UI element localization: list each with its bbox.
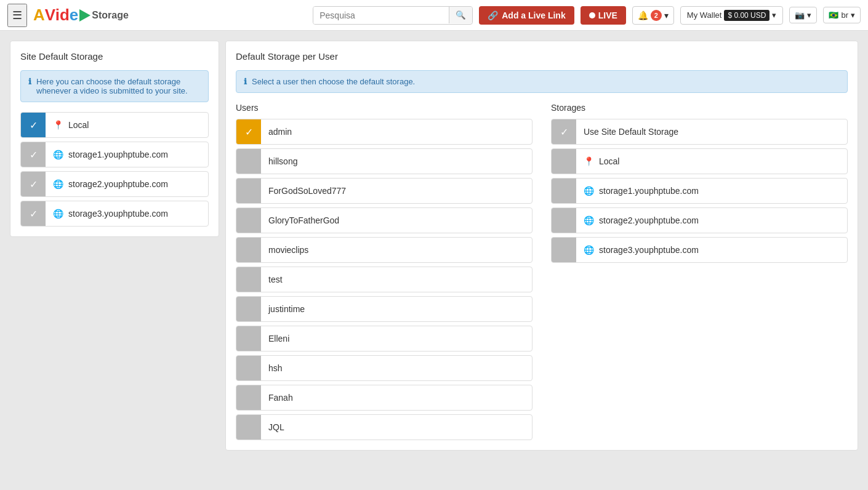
user-name-0: admin (261, 127, 299, 137)
user-name-2: ForGodSoLoved777 (261, 186, 353, 196)
add-live-link-label: Add a Live Link (502, 10, 565, 20)
camera-chevron: ▾ (807, 10, 811, 20)
logo-play-icon (79, 9, 90, 22)
user-check-6[interactable]: ✓ (236, 297, 261, 321)
logo-vide: Vid (45, 6, 70, 25)
left-panel-info: ℹ Here you can choose the default storag… (20, 70, 209, 102)
user-check-1[interactable]: ✓ (236, 149, 261, 174)
user-name-9: Fanah (261, 393, 300, 403)
header: ☰ AVideStorage 🔍 🔗 Add a Live Link LIVE … (0, 0, 868, 31)
user-check-7[interactable]: ✓ (236, 326, 261, 351)
two-col-layout: Users ✓admin✓hillsong✓ForGodSoLoved777✓G… (236, 103, 848, 440)
storage-check-0[interactable]: ✓ (21, 113, 46, 137)
right-panel: Default Storage per User ℹ Select a user… (225, 41, 858, 451)
pin-icon: 📍 (584, 156, 594, 166)
globe-icon: 🌐 (53, 150, 63, 159)
storage-check-1[interactable]: ✓ (21, 142, 46, 167)
language-button[interactable]: 🇧🇷 br ▾ (823, 7, 861, 23)
live-dot-icon (589, 12, 595, 18)
live-label: LIVE (598, 10, 617, 20)
user-name-10: JQL (261, 422, 292, 432)
storages-list-item[interactable]: ✓📍Local (551, 148, 848, 174)
right-storage-name: Use Site Default Storage (584, 127, 678, 137)
storage-name: Local (68, 120, 89, 130)
storages-list-item[interactable]: ✓Use Site Default Storage (551, 119, 848, 145)
left-storage-item[interactable]: ✓🌐storage3.youphptube.com (20, 201, 209, 227)
user-list-item[interactable]: ✓ForGodSoLoved777 (236, 178, 532, 204)
user-check-4[interactable]: ✓ (236, 238, 261, 262)
left-storage-item[interactable]: ✓🌐storage1.youphptube.com (20, 142, 209, 167)
right-storage-name: storage1.youphptube.com (599, 186, 699, 196)
storages-list-item[interactable]: ✓🌐storage1.youphptube.com (551, 178, 848, 204)
live-button[interactable]: LIVE (581, 6, 626, 25)
user-check-10[interactable]: ✓ (236, 415, 261, 440)
storages-column: Storages ✓Use Site Default Storage✓📍Loca… (551, 103, 848, 440)
logo-a: A (33, 6, 45, 25)
right-panel-info-text: Select a user then choose the default st… (252, 77, 415, 86)
storage-check-2[interactable]: ✓ (21, 172, 46, 196)
user-list-item[interactable]: ✓admin (236, 119, 532, 145)
right-storage-name: storage2.youphptube.com (599, 215, 699, 225)
storages-check-1[interactable]: ✓ (552, 149, 576, 174)
flag-icon: 🇧🇷 (829, 10, 838, 20)
globe-icon: 🌐 (53, 179, 63, 189)
user-list-item[interactable]: ✓JQL (236, 414, 532, 440)
user-check-8[interactable]: ✓ (236, 356, 261, 380)
search-button[interactable]: 🔍 (449, 7, 472, 23)
right-storage-name: storage3.youphptube.com (599, 245, 699, 255)
notifications-button[interactable]: 🔔 2 ▾ (632, 6, 674, 25)
camera-button[interactable]: 📷 ▾ (789, 7, 817, 23)
user-list-item[interactable]: ✓movieclips (236, 237, 532, 263)
user-name-7: Elleni (261, 334, 297, 343)
storages-label: Storages (551, 103, 848, 113)
user-name-6: justintime (261, 304, 312, 314)
menu-button[interactable]: ☰ (7, 4, 27, 27)
user-name-4: movieclips (261, 245, 316, 255)
right-panel-info: ℹ Select a user then choose the default … (236, 70, 848, 93)
storages-check-2[interactable]: ✓ (552, 179, 576, 203)
storage-check-3[interactable]: ✓ (21, 201, 46, 226)
wallet-button[interactable]: My Wallet $ 0.00 USD ▾ (680, 6, 784, 25)
add-live-link-button[interactable]: 🔗 Add a Live Link (479, 6, 574, 25)
globe-icon: 🌐 (584, 245, 594, 255)
user-check-3[interactable]: ✓ (236, 208, 261, 233)
logo[interactable]: AVideStorage (33, 6, 129, 25)
right-storage-name: Local (599, 156, 619, 166)
right-storage-label-1: 📍Local (576, 156, 847, 166)
storages-check-3[interactable]: ✓ (552, 208, 576, 233)
storages-check-0[interactable]: ✓ (552, 119, 576, 144)
search-bar: 🔍 (313, 6, 473, 25)
user-list-item[interactable]: ✓hillsong (236, 148, 532, 174)
user-list-item[interactable]: ✓GloryToFatherGod (236, 207, 532, 233)
user-check-0[interactable]: ✓ (236, 119, 261, 144)
user-list-item[interactable]: ✓Fanah (236, 385, 532, 411)
left-panel-info-text: Here you can choose the default storage … (36, 77, 201, 95)
right-storage-label-0: Use Site Default Storage (576, 127, 847, 137)
user-list-item[interactable]: ✓hsh (236, 355, 532, 381)
left-storage-item[interactable]: ✓📍Local (20, 112, 209, 138)
left-storage-item[interactable]: ✓🌐storage2.youphptube.com (20, 171, 209, 197)
user-list-item[interactable]: ✓test (236, 267, 532, 292)
search-input[interactable] (313, 7, 449, 24)
user-check-2[interactable]: ✓ (236, 179, 261, 203)
user-list-item[interactable]: ✓justintime (236, 296, 532, 322)
storages-check-4[interactable]: ✓ (552, 238, 576, 262)
storages-list-item[interactable]: ✓🌐storage3.youphptube.com (551, 237, 848, 263)
logo-storage: Storage (92, 10, 129, 21)
user-check-9[interactable]: ✓ (236, 385, 261, 410)
pin-icon: 📍 (53, 120, 63, 130)
storages-list-item[interactable]: ✓🌐storage2.youphptube.com (551, 207, 848, 233)
main-content: Site Default Storage ℹ Here you can choo… (0, 31, 868, 490)
storage-label-2: 🌐storage2.youphptube.com (46, 179, 208, 189)
storage-label-1: 🌐storage1.youphptube.com (46, 150, 208, 159)
right-storage-label-2: 🌐storage1.youphptube.com (576, 186, 847, 196)
left-storage-list: ✓📍Local✓🌐storage1.youphptube.com✓🌐storag… (20, 112, 209, 227)
storage-name: storage1.youphptube.com (68, 150, 168, 159)
user-check-5[interactable]: ✓ (236, 267, 261, 292)
wallet-chevron: ▾ (772, 10, 776, 20)
globe-icon: 🌐 (53, 209, 63, 219)
globe-icon: 🌐 (584, 215, 594, 225)
wallet-label: My Wallet (687, 10, 722, 20)
user-list-item[interactable]: ✓Elleni (236, 326, 532, 351)
user-name-5: test (261, 275, 290, 284)
